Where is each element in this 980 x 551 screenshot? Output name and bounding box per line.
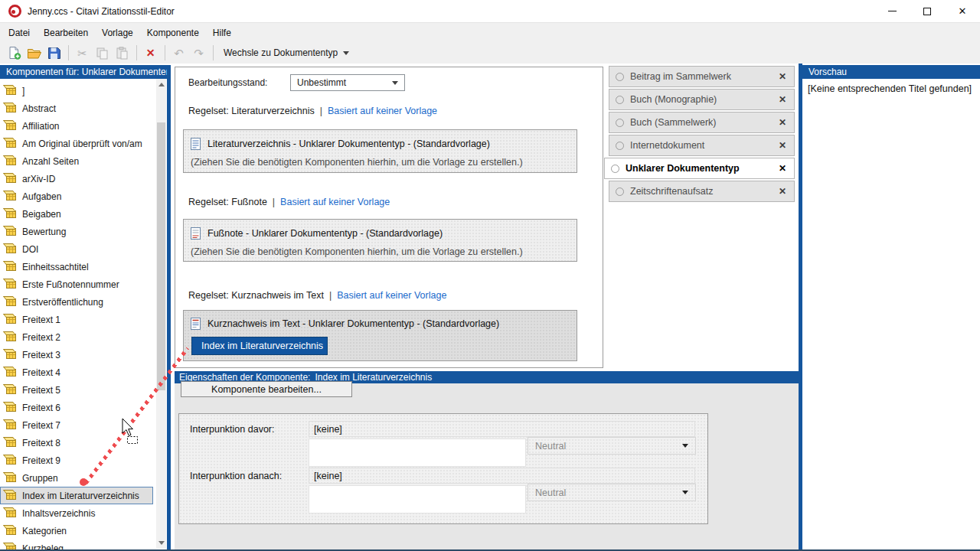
doc-type-tab[interactable]: Beitrag im Sammelwerk ✕ <box>609 66 795 87</box>
sidebar-item[interactable]: Erste Fußnotennummer <box>0 276 153 293</box>
vertical-splitter[interactable] <box>167 65 171 551</box>
paste-button[interactable] <box>113 44 132 62</box>
delete-icon: ✕ <box>146 47 155 58</box>
copy-button[interactable] <box>93 44 112 62</box>
redo-button[interactable]: ↷ <box>189 44 208 62</box>
sidebar-item[interactable]: Freitext 5 <box>0 381 153 399</box>
close-tab-icon[interactable]: ✕ <box>779 186 786 197</box>
punctuation-after-dropdown[interactable]: Neutral <box>528 484 696 501</box>
sidebar-item[interactable]: Beigaben <box>0 205 153 223</box>
radio-icon[interactable] <box>616 187 624 196</box>
toolbar: ✂ ✕ ↶ ↷ Wechsle zu Dokumententyp <box>0 42 980 64</box>
footnote-template-dropzone[interactable]: Fußnote - Unklarer Dokumententyp - (Stan… <box>183 219 577 262</box>
punctuation-before-value[interactable]: [keine] <box>309 421 695 437</box>
punctuation-before-dropdown[interactable]: Neutral <box>528 437 696 455</box>
minimize-button[interactable] <box>874 0 910 23</box>
delete-button[interactable]: ✕ <box>141 44 160 62</box>
edit-component-button[interactable]: Komponente bearbeiten... <box>181 381 352 397</box>
maximize-button[interactable] <box>910 0 945 23</box>
preview-header: Vorschau <box>802 65 980 79</box>
components-list: [ ] Abstract Affiliation Am Original übe… <box>0 79 156 549</box>
open-button[interactable] <box>24 44 44 62</box>
sidebar-item-selected[interactable]: Index im Literaturverzeichnis <box>0 487 153 504</box>
sidebar-item[interactable]: Gruppen <box>0 469 153 487</box>
window-title: Jenny.ccs - Citavi Zitationsstil-Editor <box>28 6 175 17</box>
sidebar-item[interactable]: Freitext 9 <box>0 452 153 469</box>
undo-button[interactable]: ↶ <box>169 44 188 62</box>
close-tab-icon[interactable]: ✕ <box>779 140 786 151</box>
sidebar-scrollbar[interactable] <box>156 79 166 549</box>
scrollbar-thumb[interactable] <box>157 122 165 390</box>
sidebar-item[interactable]: Freitext 1 <box>0 311 153 328</box>
close-tab-icon[interactable]: ✕ <box>779 163 786 174</box>
based-on-template-link[interactable]: Basiert auf keiner Vorlage <box>337 290 446 301</box>
punctuation-before-input[interactable] <box>309 439 526 467</box>
sidebar-item[interactable]: Am Original überprüft von/am <box>0 135 153 152</box>
sidebar-item[interactable]: Kurzbeleg <box>0 540 153 549</box>
sidebar-item[interactable]: Freitext 3 <box>0 346 153 364</box>
doc-type-tab[interactable]: Buch (Sammelwerk) ✕ <box>609 112 795 133</box>
sidebar-item[interactable]: Affiliation <box>0 117 153 135</box>
close-tab-icon[interactable]: ✕ <box>779 94 786 105</box>
based-on-template-link[interactable]: Basiert auf keiner Vorlage <box>280 197 390 207</box>
cut-button[interactable]: ✂ <box>73 44 92 62</box>
sidebar-item[interactable]: Bewertung <box>0 223 153 240</box>
component-icon <box>6 492 16 500</box>
dropdown-value: Neutral <box>535 487 566 498</box>
menu-item-hilfe[interactable]: Hilfe <box>206 24 238 41</box>
sidebar-item[interactable]: arXiv-ID <box>0 170 153 187</box>
menu-item-bearbeiten[interactable]: Bearbeiten <box>37 24 95 41</box>
footnote-template-icon <box>191 227 201 240</box>
sidebar-item[interactable]: Freitext 2 <box>0 328 153 346</box>
component-icon <box>6 193 16 201</box>
sidebar-item[interactable]: ] <box>0 82 153 99</box>
radio-icon[interactable] <box>616 96 624 104</box>
radio-icon[interactable] <box>616 119 624 127</box>
bearbeitungsstand-dropdown[interactable]: Unbestimmt <box>290 74 405 91</box>
radio-icon[interactable] <box>611 165 619 173</box>
save-button[interactable] <box>44 44 64 62</box>
doc-type-tab[interactable]: Buch (Monographie) ✕ <box>609 89 795 110</box>
sidebar-item[interactable]: Inhaltsverzeichnis <box>0 504 153 522</box>
close-button[interactable]: ✕ <box>945 0 980 23</box>
menu-item-datei[interactable]: Datei <box>2 24 37 41</box>
sidebar-item[interactable]: Aufgaben <box>0 187 153 205</box>
sidebar-item[interactable]: DOI <box>0 240 153 258</box>
component-chip-index-im-literaturverzeichnis[interactable]: Index im Literaturverzeichnis <box>191 337 328 355</box>
radio-icon[interactable] <box>616 73 624 81</box>
radio-icon[interactable] <box>616 142 624 150</box>
switch-document-type-button[interactable]: Wechsle zu Dokumententyp <box>217 44 355 61</box>
sidebar-item[interactable]: Kategorien <box>0 522 153 540</box>
close-tab-icon[interactable]: ✕ <box>779 71 786 82</box>
punctuation-after-value[interactable]: [keine] <box>309 468 695 484</box>
sidebar-item[interactable]: Anzahl Seiten <box>0 152 153 170</box>
component-icon <box>6 228 16 236</box>
sidebar-item[interactable]: Freitext 6 <box>0 399 153 416</box>
sidebar-item[interactable]: Freitext 4 <box>0 364 153 381</box>
toolbar-separator <box>213 45 214 60</box>
new-style-button[interactable] <box>5 44 24 62</box>
chevron-down-icon <box>682 491 688 494</box>
menu-item-komponente[interactable]: Komponente <box>140 24 206 41</box>
component-icon <box>6 158 16 165</box>
scroll-down-button[interactable] <box>156 537 166 549</box>
punctuation-after-input[interactable] <box>309 485 526 514</box>
sidebar-item[interactable]: Einheitssachtitel <box>0 258 153 276</box>
scroll-up-button[interactable] <box>156 79 166 90</box>
menu-item-vorlage[interactable]: Vorlage <box>95 24 140 41</box>
sidebar-item[interactable]: Abstract <box>0 99 153 117</box>
copy-icon <box>96 47 109 60</box>
based-on-template-link[interactable]: Basiert auf keiner Vorlage <box>328 106 437 116</box>
component-icon <box>6 510 16 517</box>
doc-type-tab[interactable]: Zeitschriftenaufsatz ✕ <box>609 181 795 202</box>
component-icon <box>6 439 16 447</box>
toolbar-separator <box>68 45 69 60</box>
doc-type-tab[interactable]: Internetdokument ✕ <box>609 135 795 156</box>
chevron-down-icon <box>343 51 349 55</box>
intext-citation-template-dropzone[interactable]: Kurznachweis im Text - Unklarer Dokument… <box>183 310 577 361</box>
bibliography-template-dropzone[interactable]: Literaturverzeichnis - Unklarer Dokument… <box>183 129 577 173</box>
close-tab-icon[interactable]: ✕ <box>779 117 786 128</box>
doc-type-tab-active[interactable]: Unklarer Dokumententyp ✕ <box>604 158 795 179</box>
sidebar-item[interactable]: Erstveröffentlichung <box>0 293 153 311</box>
bearbeitungsstand-value: Unbestimmt <box>297 77 346 88</box>
